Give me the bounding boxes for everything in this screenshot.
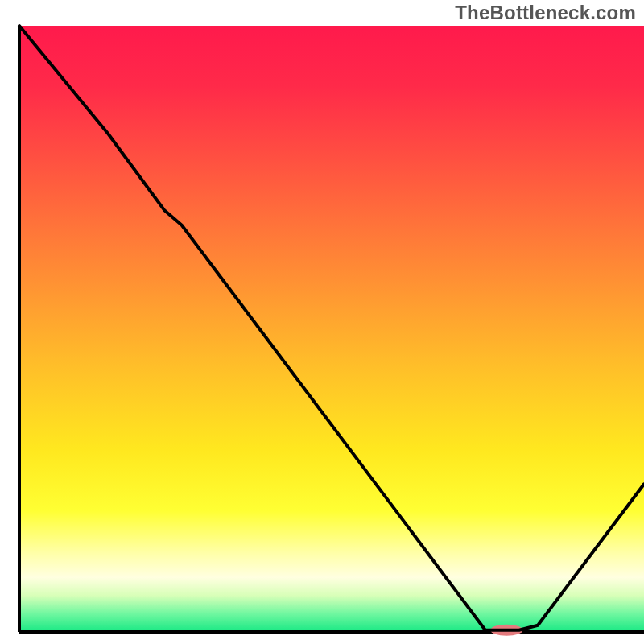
chart-container: TheBottleneck.com <box>0 0 644 644</box>
plot-background <box>19 26 644 632</box>
bottleneck-chart <box>0 0 644 644</box>
